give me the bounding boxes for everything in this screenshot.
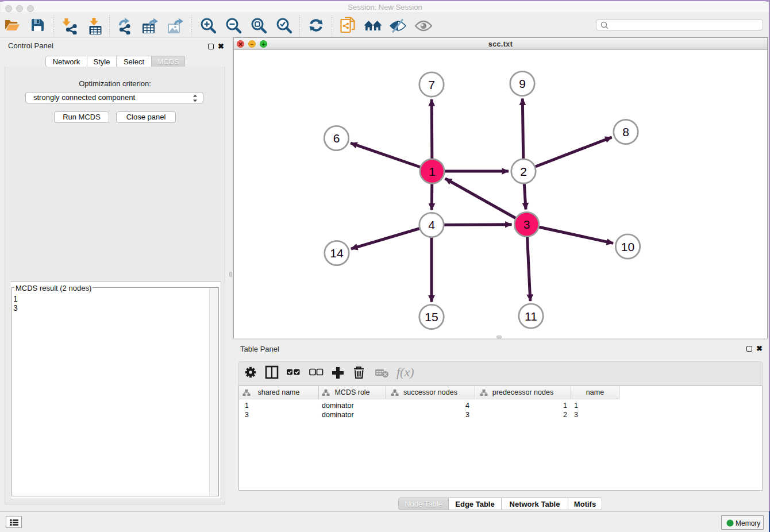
svg-text:14: 14 [330, 246, 344, 260]
svg-text:4: 4 [428, 218, 435, 232]
svg-text:6: 6 [333, 132, 340, 145]
svg-text:9: 9 [519, 77, 526, 90]
svg-text:1: 1 [429, 165, 436, 178]
svg-text:10: 10 [621, 240, 634, 253]
svg-text:8: 8 [622, 125, 629, 138]
svg-text:3: 3 [523, 218, 530, 231]
svg-text:f(x): f(x) [396, 365, 414, 379]
svg-text:7: 7 [428, 78, 435, 91]
svg-text:2: 2 [520, 165, 527, 178]
svg-text:15: 15 [425, 310, 438, 323]
svg-text:11: 11 [525, 310, 537, 323]
